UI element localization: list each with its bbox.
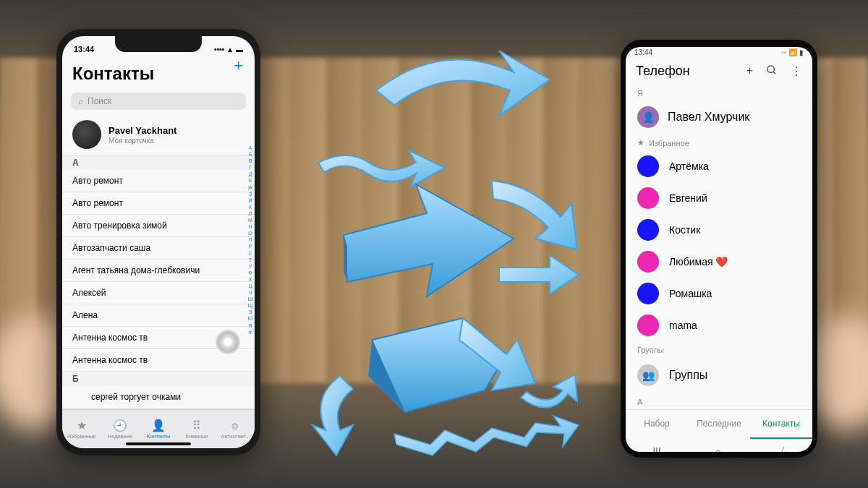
section-header: А <box>62 155 255 170</box>
contact-color-icon <box>637 251 659 273</box>
search-icon: ⌕ <box>78 96 83 106</box>
contact-color-icon <box>637 314 659 336</box>
svg-point-0 <box>767 66 774 72</box>
contact-name: Артёмка <box>669 160 709 172</box>
contact-row[interactable]: Автозапчасти саша <box>62 237 255 260</box>
search-placeholder: Поиск <box>88 96 111 106</box>
assistive-touch-icon[interactable] <box>216 330 240 354</box>
home-button[interactable]: ○ <box>715 446 720 452</box>
my-card-sub: Моя карточка <box>109 137 176 145</box>
contact-name: Ромашка <box>669 288 712 299</box>
tab-label: Клавиши <box>186 433 208 440</box>
contact-name: mama <box>669 320 697 331</box>
contact-row[interactable]: Авто ремонт <box>62 192 255 215</box>
my-profile-name: Павел Хмурчик <box>668 111 749 124</box>
svg-line-1 <box>773 72 775 74</box>
tab-icon: ⠿ <box>192 419 201 432</box>
iphone-notch <box>115 36 202 52</box>
tab-icon: 🕘 <box>113 419 127 432</box>
contact-name: Евгений <box>669 192 707 204</box>
android-header: Телефон + ⋮ <box>626 56 812 85</box>
signal-icon: •••• <box>214 46 224 53</box>
groups-row[interactable]: 👥 Группы <box>626 357 812 393</box>
favorite-row[interactable]: mama <box>626 309 812 341</box>
favorite-row[interactable]: Артёмка <box>626 150 812 182</box>
home-indicator[interactable] <box>126 442 191 445</box>
contact-row[interactable]: сергей торгует очками <box>62 386 255 408</box>
contacts-list[interactable]: ААвто ремонтАвто ремонтАвто тренировка з… <box>62 155 255 423</box>
groups-section-header: Группы <box>626 341 812 357</box>
contact-color-icon <box>637 219 659 241</box>
iphone-screen: 13:44 •••• ▲ ▬ + Контакты ⌕ Поиск Pavel … <box>62 36 255 448</box>
add-contact-button[interactable]: + <box>234 56 243 75</box>
my-card[interactable]: Pavel Yackhant Моя карточка <box>62 114 255 155</box>
iphone-device: 13:44 •••• ▲ ▬ + Контакты ⌕ Поиск Pavel … <box>56 29 260 455</box>
contact-row[interactable]: Алексей <box>62 282 255 304</box>
my-card-name: Pavel Yackhant <box>109 125 176 136</box>
contact-color-icon <box>637 187 659 209</box>
tab-label: Недавние <box>108 433 132 440</box>
contact-color-icon <box>637 283 659 304</box>
section-header: Б <box>62 372 255 386</box>
search-button[interactable] <box>766 64 778 79</box>
android-screen: 13:44 ▫▫ 📶 ▮ Телефон + ⋮ Я 👤 Павел Хмурч… <box>626 47 812 452</box>
more-button[interactable]: ⋮ <box>791 64 802 79</box>
app-title: Телефон <box>636 64 746 79</box>
contact-row[interactable]: Алена <box>62 304 255 327</box>
tab-icon: ⌾ <box>231 419 239 432</box>
me-section-header: Я <box>626 85 812 100</box>
tab-Набор[interactable]: Набор <box>626 410 688 439</box>
android-status-icons: ▫▫ 📶 ▮ <box>781 48 804 56</box>
tab-icon: ★ <box>77 419 87 432</box>
search-input[interactable]: ⌕ Поиск <box>71 93 246 110</box>
tab-Автоответ...[interactable]: ⌾Автоответ... <box>216 410 255 448</box>
my-profile-row[interactable]: 👤 Павел Хмурчик <box>626 100 812 134</box>
android-status-bar: 13:44 ▫▫ 📶 ▮ <box>626 47 812 56</box>
battery-icon: ▬ <box>236 46 243 53</box>
tab-Избранные[interactable]: ★Избранные <box>62 410 101 448</box>
letter-a-header: А <box>626 393 812 409</box>
tab-label: Избранные <box>67 433 95 440</box>
avatar <box>72 120 101 149</box>
contact-row[interactable]: Авто ремонт <box>62 170 255 192</box>
alphabet-index[interactable]: АБВГДЕЖЗИКЛМНОПРСТУФХЦЧШЩЭЮЯ# <box>247 145 254 335</box>
groups-icon: 👥 <box>637 364 659 386</box>
tab-label: Контакты <box>147 433 170 440</box>
groups-label: Группы <box>669 369 707 382</box>
tab-icon: 👤 <box>151 419 166 432</box>
android-tabbar: НаборПоследниеКонтакты <box>626 409 812 439</box>
tab-label: Автоответ... <box>221 433 250 440</box>
contact-row[interactable]: Авто тренировка зимой <box>62 215 255 237</box>
profile-avatar-icon: 👤 <box>637 106 659 128</box>
android-time: 13:44 <box>634 48 652 56</box>
favorite-row[interactable]: Любимая ❤️ <box>626 246 812 278</box>
star-icon: ★ <box>637 138 644 147</box>
wifi-icon: ▲ <box>226 46 234 53</box>
ios-time: 13:44 <box>74 45 94 53</box>
favorite-row[interactable]: Ромашка <box>626 278 812 309</box>
recents-button[interactable]: ||| <box>652 446 660 452</box>
android-device: 13:44 ▫▫ 📶 ▮ Телефон + ⋮ Я 👤 Павел Хмурч… <box>621 40 817 458</box>
contact-name: Костик <box>669 224 700 236</box>
contact-row[interactable]: Агент татьяна дома-глебковичи <box>62 260 255 282</box>
android-nav-bar: ||| ○ 〈 <box>626 439 812 452</box>
contact-color-icon <box>637 155 659 177</box>
favorites-list: АртёмкаЕвгенийКостикЛюбимая ❤️Ромашкаmam… <box>626 150 812 341</box>
tab-Последние[interactable]: Последние <box>688 410 750 439</box>
contact-name: Любимая ❤️ <box>669 256 728 267</box>
back-button[interactable]: 〈 <box>775 445 786 452</box>
favorites-section-header: ★ Избранное <box>626 134 812 150</box>
page-title: Контакты <box>72 64 244 84</box>
add-button[interactable]: + <box>746 64 753 79</box>
tab-Контакты[interactable]: Контакты <box>750 410 812 439</box>
favorite-row[interactable]: Костик <box>626 214 812 246</box>
favorite-row[interactable]: Евгений <box>626 182 812 214</box>
